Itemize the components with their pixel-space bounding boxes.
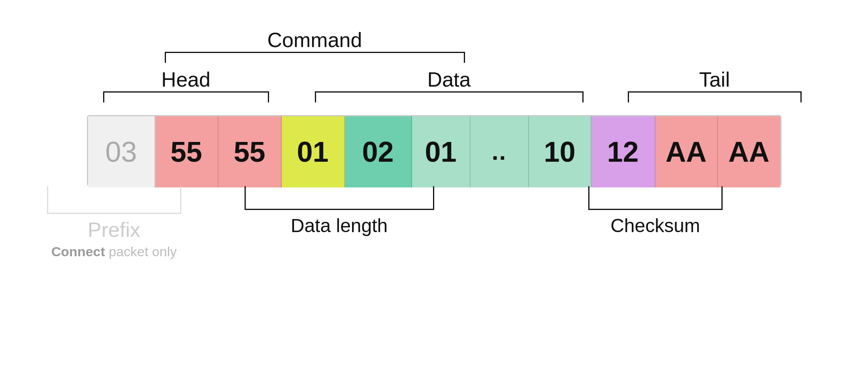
prefix-subtitle: Connect packet only (47, 244, 181, 259)
head-bracket-line (103, 91, 269, 102)
connect-suffix: packet only (109, 244, 177, 259)
tail-label: Tail (628, 68, 802, 102)
data-text: Data (427, 68, 471, 91)
cell-dots: .. (471, 116, 529, 187)
command-bracket-line (165, 52, 465, 63)
command-label: Command (165, 28, 465, 63)
checksum-text: Checksum (588, 215, 723, 236)
data-length-label: Data length (245, 186, 434, 236)
prefix-title-text: Prefix (47, 218, 181, 242)
prefix-label: Prefix Connect packet only (47, 186, 181, 259)
cell-sync1: 55 (155, 116, 218, 187)
data-bracket-line (315, 91, 584, 102)
checksum-label: Checksum (588, 186, 723, 236)
checksum-bracket (588, 186, 723, 210)
tail-bracket-line (628, 91, 802, 102)
cell-prefix: 03 (88, 116, 155, 187)
head-label: Head (103, 68, 269, 102)
cell-cmdval: 02 (345, 116, 412, 187)
packet-row: 03 55 55 01 02 01 .. 10 12 AA AA (87, 115, 781, 186)
bottom-labels-area: Prefix Connect packet only Data length C… (39, 186, 829, 273)
cell-dn: 10 (529, 116, 591, 187)
prefix-box (47, 186, 181, 214)
diagram-container: Command Head Data Tail 03 55 55 (39, 28, 829, 352)
cell-cs2: AA (718, 116, 780, 187)
cell-len: 12 (591, 116, 655, 187)
cell-cs1: AA (655, 116, 718, 187)
tail-text: Tail (699, 68, 730, 91)
head-text: Head (161, 68, 210, 91)
top-labels-area: Command Head Data Tail (39, 28, 829, 115)
data-label: Data (315, 68, 584, 102)
command-text: Command (267, 28, 362, 51)
data-length-text: Data length (245, 215, 434, 236)
cell-d1: 01 (412, 116, 471, 187)
cell-sync2: 55 (218, 116, 282, 187)
cell-cmd: 01 (282, 116, 345, 187)
connect-bold: Connect (51, 244, 105, 259)
data-length-bracket (245, 186, 434, 210)
